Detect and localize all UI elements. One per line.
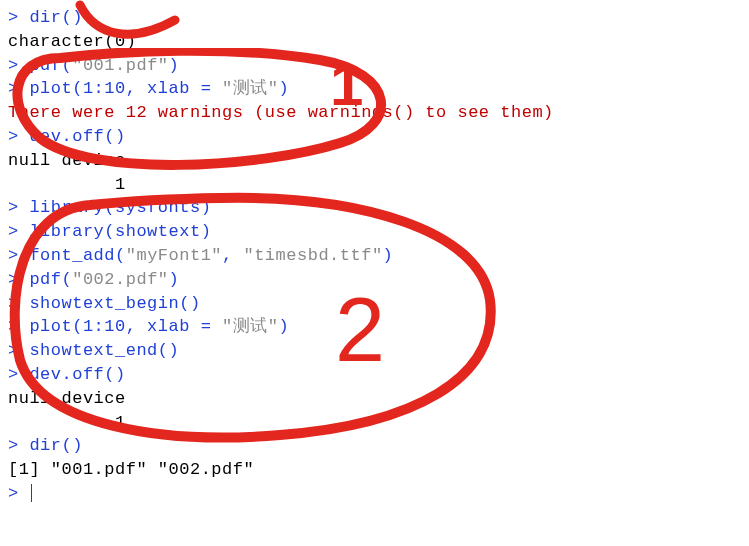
- console-line: [1] "001.pdf" "002.pdf": [8, 458, 749, 482]
- string-literal: "001.pdf": [72, 56, 168, 75]
- console-line: > font_add("myFont1", "timesbd.ttf"): [8, 244, 749, 268]
- console-prompt: >: [8, 317, 29, 336]
- console-line: > dev.off(): [8, 363, 749, 387]
- console-output: 1: [8, 413, 136, 432]
- console-output: null device: [8, 389, 136, 408]
- console-code: dir(): [29, 8, 83, 27]
- console-code: ): [169, 270, 180, 289]
- console-prompt: >: [8, 79, 29, 98]
- console-code: showtext_end(): [29, 341, 179, 360]
- console-line: null device: [8, 387, 749, 411]
- console-line: > dev.off(): [8, 125, 749, 149]
- console-prompt: >: [8, 246, 29, 265]
- console-code: library(showtext): [29, 222, 211, 241]
- console-prompt: >: [8, 365, 29, 384]
- string-literal: "测试": [222, 317, 278, 336]
- console-code: ): [278, 317, 289, 336]
- text-cursor: [31, 484, 32, 502]
- r-console[interactable]: > dir()character(0)> pdf("001.pdf")> plo…: [8, 6, 749, 506]
- console-code: dir(): [29, 436, 83, 455]
- console-code: ,: [222, 246, 243, 265]
- console-prompt: >: [8, 8, 29, 27]
- console-prompt: >: [8, 270, 29, 289]
- console-code: ): [278, 79, 289, 98]
- console-warning: There were 12 warnings (use warnings() t…: [8, 103, 554, 122]
- console-prompt: >: [8, 198, 29, 217]
- console-code: plot(1:10, xlab =: [29, 79, 222, 98]
- console-code: library(sysfonts): [29, 198, 211, 217]
- console-code: dev.off(): [29, 365, 125, 384]
- console-line: There were 12 warnings (use warnings() t…: [8, 101, 749, 125]
- console-prompt: >: [8, 484, 29, 503]
- console-line: > library(showtext): [8, 220, 749, 244]
- console-line: > library(sysfonts): [8, 196, 749, 220]
- console-line: 1: [8, 173, 749, 197]
- console-prompt: >: [8, 341, 29, 360]
- console-code: ): [383, 246, 394, 265]
- console-code: dev.off(): [29, 127, 125, 146]
- console-prompt: >: [8, 127, 29, 146]
- console-output: character(0): [8, 32, 136, 51]
- console-output: null device: [8, 151, 136, 170]
- console-line: >: [8, 482, 749, 506]
- console-code: ): [169, 56, 180, 75]
- console-output: [1] "001.pdf" "002.pdf": [8, 460, 254, 479]
- console-prompt: >: [8, 436, 29, 455]
- console-line: > dir(): [8, 6, 749, 30]
- console-line: > plot(1:10, xlab = "测试"): [8, 77, 749, 101]
- console-code: pdf(: [29, 270, 72, 289]
- console-code: showtext_begin(): [29, 294, 200, 313]
- console-line: character(0): [8, 30, 749, 54]
- console-code: font_add(: [29, 246, 125, 265]
- console-prompt: >: [8, 222, 29, 241]
- console-code: plot(1:10, xlab =: [29, 317, 222, 336]
- console-line: null device: [8, 149, 749, 173]
- console-output: 1: [8, 175, 136, 194]
- console-line: 1: [8, 411, 749, 435]
- string-literal: "myFont1": [126, 246, 222, 265]
- console-line: > dir(): [8, 434, 749, 458]
- console-line: > pdf("002.pdf"): [8, 268, 749, 292]
- string-literal: "timesbd.ttf": [243, 246, 382, 265]
- console-code: pdf(: [29, 56, 72, 75]
- console-line: > pdf("001.pdf"): [8, 54, 749, 78]
- console-line: > showtext_begin(): [8, 292, 749, 316]
- console-prompt: >: [8, 294, 29, 313]
- console-line: > showtext_end(): [8, 339, 749, 363]
- string-literal: "002.pdf": [72, 270, 168, 289]
- console-line: > plot(1:10, xlab = "测试"): [8, 315, 749, 339]
- string-literal: "测试": [222, 79, 278, 98]
- console-prompt: >: [8, 56, 29, 75]
